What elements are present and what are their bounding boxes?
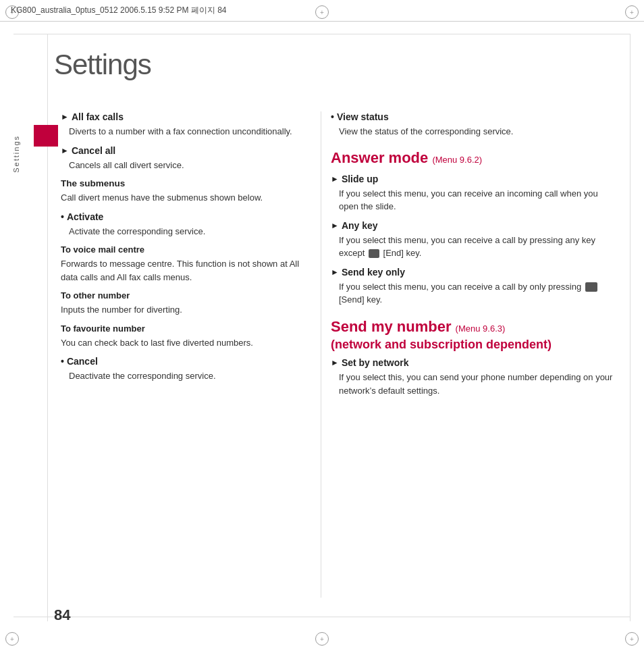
- arrow-icon-5: ►: [331, 267, 339, 277]
- answer-mode-title-section: Answer mode (Menu 9.6.2): [331, 149, 614, 167]
- reg-mark-bottom-left: [5, 632, 19, 646]
- center-divider: [321, 111, 321, 598]
- activate-label: Activate: [67, 211, 103, 222]
- cancel-body: Deactivate the corresponding service.: [61, 369, 311, 383]
- top-rule: [14, 34, 630, 34]
- all-fax-calls-heading: ► All fax calls: [61, 111, 311, 122]
- cancel-all-label: Cancel all: [72, 145, 115, 156]
- arrow-icon-1: ►: [61, 112, 69, 122]
- cancel-section: • Cancel Deactivate the corresponding se…: [61, 356, 311, 383]
- page-title: Settings: [54, 49, 151, 81]
- activate-heading: • Activate: [61, 211, 311, 222]
- submenus-heading: The submenus: [61, 178, 311, 188]
- other-number-body: Inputs the number for diverting.: [61, 303, 311, 317]
- send-key-only-body: If you select this menu, you can receive…: [331, 280, 614, 307]
- header-bar: KG800_australia_0ptus_0512 2006.5.15 9:5…: [0, 0, 644, 22]
- sidebar-label: Settings: [12, 135, 20, 173]
- any-key-body: If you select this menu, you can receive…: [331, 234, 614, 260]
- bottom-rule: [14, 617, 630, 617]
- other-number-heading: To other number: [61, 290, 311, 301]
- reg-mark-bottom-right: [625, 632, 639, 646]
- answer-mode-menu-ref: (Menu 9.6.2): [432, 155, 482, 165]
- slide-up-section: ► Slide up If you select this menu, you …: [331, 174, 614, 213]
- page-number: 84: [54, 606, 70, 624]
- send-my-number-label: Send my number: [331, 318, 451, 335]
- set-by-network-body: If you select this, you can send your ph…: [331, 371, 614, 397]
- arrow-icon-4: ►: [331, 221, 339, 230]
- bullet-icon-3: •: [331, 111, 334, 122]
- favourite-number-section: To favourite number You can check back t…: [61, 323, 311, 350]
- bullet-icon-2: •: [61, 356, 64, 367]
- send-key-only-label: Send key only: [342, 267, 405, 278]
- arrow-icon-2: ►: [61, 146, 69, 155]
- arrow-icon-3: ►: [331, 174, 339, 184]
- left-rule: [47, 34, 48, 621]
- send-key-icon: [585, 282, 597, 292]
- other-number-section: To other number Inputs the number for di…: [61, 290, 311, 317]
- slide-up-heading: ► Slide up: [331, 174, 614, 184]
- end-key-icon: [369, 249, 379, 258]
- submenus-body: Call divert menus have the submenus show…: [61, 191, 311, 205]
- red-marker: [34, 125, 58, 147]
- set-by-network-label: Set by network: [342, 357, 409, 368]
- voice-mail-body: Forwards to message centre. This functio…: [61, 257, 311, 284]
- cancel-all-heading: ► Cancel all: [61, 145, 311, 156]
- cancel-heading: • Cancel: [61, 356, 311, 367]
- bullet-icon-1: •: [61, 211, 64, 222]
- reg-mark-center-bottom: [315, 632, 329, 646]
- activate-section: • Activate Activate the corresponding se…: [61, 211, 311, 238]
- favourite-number-body: You can check back to last five diverted…: [61, 336, 311, 350]
- voice-mail-section: To voice mail centre Forwards to message…: [61, 244, 311, 284]
- view-status-label: View status: [337, 111, 389, 122]
- view-status-heading: • View status: [331, 111, 614, 122]
- answer-mode-label: Answer mode: [331, 149, 428, 166]
- set-by-network-section: ► Set by network If you select this, you…: [331, 357, 614, 397]
- send-my-number-subtitle: (network and subscription dependent): [331, 338, 614, 352]
- any-key-section: ► Any key If you select this menu, you c…: [331, 220, 614, 260]
- favourite-number-heading: To favourite number: [61, 323, 311, 334]
- send-my-number-menu-ref: (Menu 9.6.3): [456, 323, 506, 334]
- answer-mode-title: Answer mode (Menu 9.6.2): [331, 149, 614, 167]
- voice-mail-heading: To voice mail centre: [61, 244, 311, 255]
- cancel-all-body: Cancels all call divert service.: [61, 159, 311, 172]
- set-by-network-heading: ► Set by network: [331, 357, 614, 368]
- activate-body: Activate the corresponding service.: [61, 225, 311, 238]
- all-fax-calls-label: All fax calls: [72, 111, 124, 122]
- submenus-section: The submenus Call divert menus have the …: [61, 178, 311, 205]
- view-status-section: • View status View the status of the cor…: [331, 111, 614, 138]
- all-fax-calls-section: ► All fax calls Diverts to a number with…: [61, 111, 311, 138]
- send-my-number-title-section: Send my number (Menu 9.6.3) (network and…: [331, 317, 614, 353]
- all-fax-calls-body: Diverts to a number with a fax connectio…: [61, 125, 311, 138]
- cancel-label: Cancel: [67, 356, 98, 367]
- arrow-icon-6: ►: [331, 358, 339, 367]
- any-key-heading: ► Any key: [331, 220, 614, 231]
- right-rule: [630, 34, 630, 621]
- any-key-label: Any key: [342, 220, 378, 231]
- send-key-only-section: ► Send key only If you select this menu,…: [331, 267, 614, 307]
- left-column: ► All fax calls Diverts to a number with…: [61, 111, 311, 390]
- slide-up-body: If you select this menu, you can receive…: [331, 187, 614, 213]
- view-status-body: View the status of the corresponding ser…: [331, 125, 614, 138]
- cancel-all-section: ► Cancel all Cancels all call divert ser…: [61, 145, 311, 172]
- send-key-only-heading: ► Send key only: [331, 267, 614, 278]
- header-text: KG800_australia_0ptus_0512 2006.5.15 9:5…: [11, 5, 227, 16]
- send-my-number-title: Send my number (Menu 9.6.3): [331, 317, 614, 337]
- right-column: • View status View the status of the cor…: [331, 111, 614, 404]
- slide-up-label: Slide up: [342, 174, 378, 184]
